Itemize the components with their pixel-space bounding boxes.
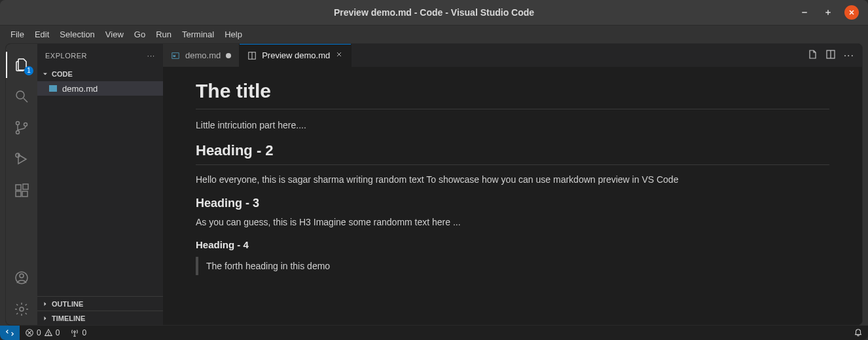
preview-h4: Heading - 4	[196, 239, 829, 250]
status-errors-count: 0	[37, 328, 41, 337]
activity-account[interactable]	[6, 262, 37, 293]
activity-settings[interactable]	[6, 293, 37, 325]
section-outline-label: OUTLINE	[52, 300, 83, 308]
menu-view[interactable]: View	[100, 27, 129, 42]
svg-rect-13	[16, 191, 21, 197]
menu-run[interactable]: Run	[151, 27, 177, 42]
activity-run-debug[interactable]	[6, 143, 37, 175]
extensions-icon	[14, 183, 29, 198]
menu-help[interactable]: Help	[219, 27, 247, 42]
tab-preview-demo-md[interactable]: Preview demo.md	[240, 44, 352, 67]
markdown-file-icon	[48, 83, 58, 94]
dirty-indicator-icon	[226, 53, 231, 58]
tab-label: Preview demo.md	[262, 50, 330, 60]
remote-icon	[5, 328, 14, 337]
status-warnings-count: 0	[56, 328, 60, 337]
preview-h1: The title	[196, 80, 829, 109]
main-body: 1 EXPLORER	[5, 43, 863, 326]
markdown-preview[interactable]: The title Little intricution part here..…	[163, 67, 862, 325]
menubar: File Edit Selection View Go Run Terminal…	[0, 25, 868, 43]
window-controls	[797, 5, 868, 20]
menu-go[interactable]: Go	[129, 27, 151, 42]
explorer-badge: 1	[24, 66, 33, 75]
folder-header[interactable]: CODE	[37, 67, 163, 81]
menu-terminal[interactable]: Terminal	[177, 27, 219, 42]
account-icon	[14, 270, 29, 286]
svg-line-6	[24, 98, 27, 102]
tab-actions: ···	[799, 44, 862, 67]
svg-rect-15	[23, 184, 28, 189]
file-item-demo-md[interactable]: demo.md	[37, 81, 163, 96]
radio-tower-icon	[70, 328, 79, 337]
sidebar-title: EXPLORER	[45, 52, 87, 60]
menu-selection[interactable]: Selection	[54, 27, 99, 42]
more-actions-button[interactable]: ···	[844, 50, 854, 62]
tab-label: demo.md	[185, 50, 221, 60]
minimize-button[interactable]	[797, 5, 812, 20]
preview-p1: Little intricution part here....	[196, 120, 829, 130]
menu-edit[interactable]: Edit	[29, 27, 54, 42]
maximize-button[interactable]	[821, 5, 835, 20]
preview-icon	[247, 51, 257, 60]
sidebar-header: EXPLORER ···	[37, 44, 163, 67]
activity-search[interactable]	[6, 81, 37, 112]
sidebar-explorer: EXPLORER ··· CODE demo.md OUTLINE TIMELI…	[37, 44, 163, 325]
minimize-icon	[801, 9, 808, 16]
error-icon	[25, 328, 34, 337]
preview-h3: Heading - 3	[196, 197, 829, 210]
bell-icon	[854, 328, 863, 337]
svg-point-17	[20, 274, 24, 278]
titlebar: Preview demo.md - Code - Visual Studio C…	[0, 0, 868, 25]
window-title: Preview demo.md - Code - Visual Studio C…	[0, 7, 868, 18]
chevron-right-icon	[41, 314, 49, 322]
svg-point-18	[20, 307, 24, 311]
markdown-file-icon	[171, 51, 180, 60]
svg-point-29	[48, 334, 48, 335]
activity-source-control[interactable]	[6, 112, 37, 143]
chevron-right-icon	[41, 300, 49, 308]
close-button[interactable]	[844, 5, 859, 20]
svg-point-9	[24, 123, 27, 126]
preview-h2: Heading - 2	[196, 142, 829, 165]
open-file-icon	[807, 49, 818, 60]
editor-area: demo.md Preview demo.md	[163, 44, 862, 325]
activity-bar: 1	[6, 44, 37, 325]
sidebar-more-button[interactable]: ···	[147, 52, 155, 60]
svg-point-5	[16, 91, 24, 99]
menu-file[interactable]: File	[5, 27, 29, 42]
statusbar: 0 0 0	[0, 326, 868, 340]
warning-icon	[44, 328, 53, 337]
status-problems[interactable]: 0 0	[20, 328, 65, 337]
preview-p3: As you can guess, this is H3 Imagine som…	[196, 217, 829, 227]
status-ports-count: 0	[82, 328, 86, 337]
svg-rect-12	[16, 185, 21, 190]
tab-close-button[interactable]	[335, 50, 343, 60]
activity-extensions[interactable]	[6, 175, 37, 206]
svg-point-8	[16, 131, 20, 134]
debug-icon	[14, 151, 29, 167]
remote-indicator[interactable]	[0, 326, 20, 340]
preview-blockquote: The forth heading in this demo	[196, 257, 829, 275]
tab-demo-md[interactable]: demo.md	[163, 44, 240, 67]
section-timeline-label: TIMELINE	[52, 314, 85, 322]
file-name: demo.md	[62, 84, 98, 94]
gear-icon	[14, 301, 29, 317]
folder-name: CODE	[52, 70, 73, 78]
section-outline[interactable]: OUTLINE	[37, 296, 163, 311]
editor-tabs: demo.md Preview demo.md	[163, 44, 862, 67]
activity-explorer[interactable]: 1	[6, 49, 37, 81]
status-ports[interactable]: 0	[65, 328, 92, 337]
chevron-down-icon	[41, 70, 49, 78]
section-timeline[interactable]: TIMELINE	[37, 311, 163, 325]
show-source-button[interactable]	[807, 49, 818, 62]
close-icon	[335, 50, 343, 58]
svg-point-30	[74, 331, 76, 333]
status-notifications[interactable]	[848, 328, 868, 337]
svg-rect-14	[22, 191, 27, 197]
search-icon	[14, 88, 29, 104]
plus-icon	[824, 9, 832, 16]
split-editor-button[interactable]	[825, 49, 836, 62]
close-icon	[848, 9, 856, 16]
app-window: Preview demo.md - Code - Visual Studio C…	[0, 0, 868, 340]
svg-point-7	[16, 122, 20, 125]
